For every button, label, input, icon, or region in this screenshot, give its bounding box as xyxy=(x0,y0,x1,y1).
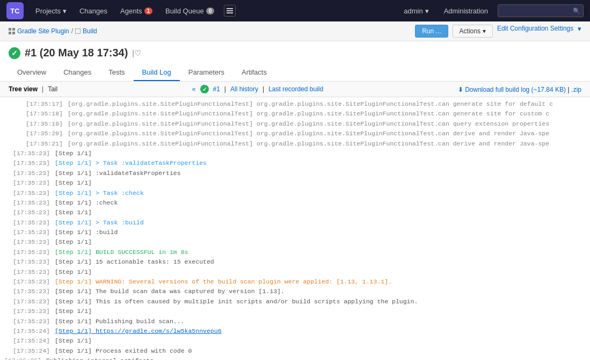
last-recorded-link[interactable]: Last recorded build xyxy=(268,85,323,93)
log-line: [17:35:23][Step 1/1] This is often cause… xyxy=(0,297,590,307)
svg-rect-3 xyxy=(9,28,11,31)
log-line: [17:35:23][Step 1/1] xyxy=(0,208,590,217)
log-timestamp: [17:35:23] xyxy=(13,218,50,228)
log-text: [Step 1/1] BUILD SUCCESSFUL in 1m 8s xyxy=(55,247,188,257)
log-text: [org.gradle.plugins.site.SitePluginFunct… xyxy=(68,129,549,139)
nav-admin[interactable]: admin ▾ xyxy=(398,5,434,17)
tab-artifacts[interactable]: Artifacts xyxy=(233,64,275,81)
log-text: [Step 1/1] > Task :check xyxy=(55,188,144,198)
log-text: [Step 1/1] WARNING: Several versions of … xyxy=(55,277,392,287)
log-nav-prev[interactable]: « xyxy=(192,85,196,93)
log-timestamp: [17:35:23] xyxy=(13,158,50,168)
log-line: [17:35:23][Step 1/1] BUILD SUCCESSFUL in… xyxy=(0,247,590,257)
log-text: [Step 1/1] 15 actionable tasks: 15 execu… xyxy=(55,257,214,267)
tree-view-btn[interactable]: Tree view xyxy=(9,85,38,93)
log-timestamp: [17:35:24] xyxy=(13,326,50,336)
log-timestamp: [17:35:23] xyxy=(13,169,50,178)
log-timestamp: [17:35:23] xyxy=(13,247,50,257)
log-timestamp: [17:35:23] xyxy=(13,307,50,316)
log-line: [17:35:24][Step 1/1] xyxy=(0,336,590,346)
log-text[interactable]: [Step 1/1] https://gradle.com/s/lw5ka5nn… xyxy=(55,326,222,336)
success-icon: ✓ xyxy=(9,47,20,59)
log-timestamp: [17:35:23] xyxy=(13,277,50,287)
log-text: [Step 1/1] The build scan data was captu… xyxy=(55,287,285,296)
build-queue-icon-btn[interactable] xyxy=(224,5,236,17)
edit-config-link[interactable]: Edit Configuration Settings xyxy=(497,25,573,38)
log-view-options: Tree view | Tail xyxy=(9,85,57,93)
log-line: [17:35:23][Step 1/1] 15 actionable tasks… xyxy=(0,257,590,267)
log-line: [17:35:23][Step 1/1] :validateTaskProper… xyxy=(0,169,590,178)
log-timestamp: [17:35:23] xyxy=(13,188,50,198)
log-timestamp: [17:35:23] xyxy=(13,257,50,267)
log-text: [Step 1/1] Process exited with code 0 xyxy=(55,346,192,356)
log-timestamp: [17:35:23] xyxy=(13,317,50,326)
log-build-status-icon: ✓ xyxy=(200,85,209,93)
log-timestamp: [17:35:23] xyxy=(13,267,50,277)
svg-rect-0 xyxy=(227,8,233,9)
build-queue-badge: 0 xyxy=(206,8,215,14)
tab-parameters[interactable]: Parameters xyxy=(180,64,233,81)
log-timestamp: [17:35:18] xyxy=(26,109,63,119)
download-zip-link[interactable]: .zip xyxy=(571,86,581,93)
log-line: [17:35:23][Step 1/1] xyxy=(0,149,590,158)
breadcrumb-build[interactable]: Build xyxy=(83,27,97,35)
nav-changes[interactable]: Changes xyxy=(74,5,113,17)
log-text: [Step 1/1] > Task :build xyxy=(55,218,144,228)
log-line: [17:35:17][org.gradle.plugins.site.SiteP… xyxy=(0,99,590,109)
log-timestamp: [17:35:24] xyxy=(13,346,50,356)
tail-view-btn[interactable]: Tail xyxy=(48,85,57,93)
log-line: [17:35:23][Step 1/1] > Task :check xyxy=(0,188,590,198)
log-line: [17:35:23][Step 1/1] WARNING: Several ve… xyxy=(0,277,590,287)
log-text: [Step 1/1] xyxy=(55,267,92,277)
download-log-link[interactable]: ⬇ Download full build log (~17.84 KB) xyxy=(458,86,567,93)
search-input[interactable] xyxy=(498,4,584,17)
breadcrumb-project[interactable]: Gradle Site Plugin xyxy=(17,27,69,35)
tab-tests[interactable]: Tests xyxy=(100,64,133,81)
build-log-container: Tree view | Tail « ✓ #1 | All history | … xyxy=(0,82,590,360)
svg-rect-7 xyxy=(75,28,81,34)
svg-rect-1 xyxy=(227,10,233,11)
edit-config-dropdown-icon[interactable]: ▾ xyxy=(578,25,581,38)
page-header: ✓ #1 (20 May 18 17:34) |♡ Overview Chang… xyxy=(0,41,590,82)
nav-build-queue[interactable]: Build Queue 0 xyxy=(160,5,220,17)
all-history-link[interactable]: All history xyxy=(230,85,258,93)
admin-dropdown-icon: ▾ xyxy=(425,7,429,15)
actions-dropdown-icon: ▾ xyxy=(483,27,486,35)
log-line: [17:35:23][Step 1/1] xyxy=(0,267,590,277)
log-text: [org.gradle.plugins.site.SitePluginFunct… xyxy=(68,139,549,149)
log-line: [17:35:23][Step 1/1] > Task :build xyxy=(0,218,590,228)
build-icon xyxy=(75,28,81,34)
log-timestamp: [17:35:24] xyxy=(13,336,50,346)
log-timestamp: [17:35:17] xyxy=(26,99,63,109)
tab-changes[interactable]: Changes xyxy=(55,64,100,81)
nav-agents[interactable]: Agents 1 xyxy=(115,5,158,17)
log-text: [Step 1/1] :build xyxy=(55,228,118,237)
log-timestamp: [17:35:23] xyxy=(13,198,50,208)
log-navigation: « ✓ #1 | All history | Last recorded bui… xyxy=(192,85,323,93)
nav-projects[interactable]: Projects ▾ xyxy=(30,5,72,17)
breadcrumb-actions: Run ... Actions ▾ Edit Configuration Set… xyxy=(415,25,581,38)
log-line: [17:35:23][Step 1/1] Publishing build sc… xyxy=(0,317,590,326)
run-button[interactable]: Run ... xyxy=(415,25,448,38)
log-text: [org.gradle.plugins.site.SitePluginFunct… xyxy=(68,99,553,109)
log-timestamp: [17:35:20] xyxy=(26,129,63,139)
log-text: [Step 1/1] xyxy=(55,149,92,158)
actions-button[interactable]: Actions ▾ xyxy=(453,25,493,38)
favorite-icon[interactable]: |♡ xyxy=(132,49,141,57)
top-navigation: TC Projects ▾ Changes Agents 1 Build Que… xyxy=(0,0,590,21)
log-line: [17:35:23][Step 1/1] xyxy=(0,307,590,316)
log-build-num[interactable]: #1 xyxy=(213,85,220,93)
log-text: [Step 1/1] > Task :validateTaskPropertie… xyxy=(55,158,207,168)
view-separator: | xyxy=(42,85,43,93)
log-timestamp: [17:35:19] xyxy=(26,119,63,129)
svg-rect-4 xyxy=(12,28,15,31)
log-text: [Step 1/1] This is often caused by multi… xyxy=(55,297,418,307)
tc-logo[interactable]: TC xyxy=(6,2,24,19)
tab-build-log[interactable]: Build Log xyxy=(134,64,180,81)
tab-overview[interactable]: Overview xyxy=(9,64,55,81)
nav-administration[interactable]: Administration xyxy=(439,5,493,17)
build-title: ✓ #1 (20 May 18 17:34) |♡ xyxy=(9,47,581,59)
log-timestamp: [17:35:23] xyxy=(13,228,50,237)
agents-badge: 1 xyxy=(144,8,153,14)
log-line: [17:35:23][Step 1/1] xyxy=(0,178,590,188)
